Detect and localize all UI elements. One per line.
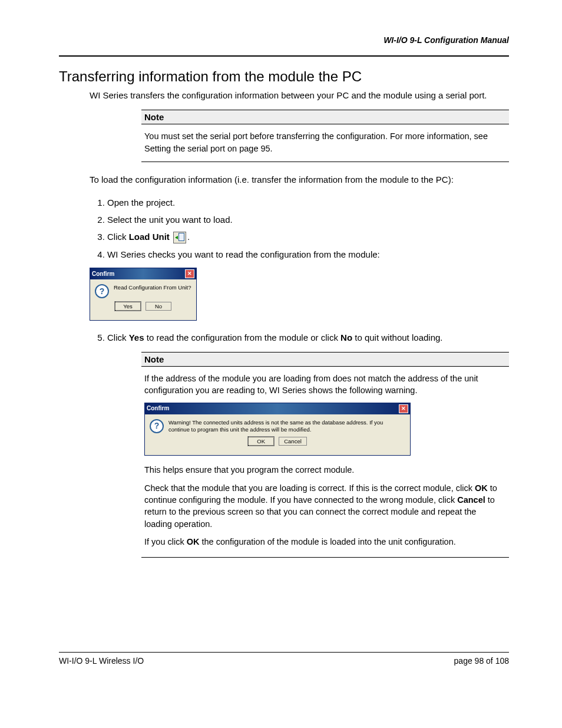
close-icon[interactable]: ✕ (399, 404, 408, 413)
note-p1: If the address of the module you are loa… (144, 373, 506, 397)
note-label: Note (141, 110, 509, 124)
note-p4: If you click OK the configuration of the… (144, 536, 506, 548)
yes-button[interactable]: Yes (115, 302, 141, 311)
dialog-titlebar: Confirm ✕ (145, 403, 410, 414)
load-unit-icon (173, 232, 186, 243)
step-1: Open the project. (107, 194, 509, 211)
section-heading: Transferring information from the module… (59, 68, 509, 85)
footer-right: page 98 of 108 (454, 656, 509, 666)
step-5: Click Yes to read the configuration from… (107, 329, 509, 346)
step-3-pre: Click (107, 232, 129, 242)
dialog-titlebar: Confirm ✕ (90, 268, 196, 279)
confirm-dialog-warning: Confirm ✕ ? Warning! The connected units… (144, 403, 411, 456)
to-load-paragraph: To load the configuration information (i… (90, 174, 509, 186)
intro-paragraph: WI Series transfers the configuration in… (90, 90, 509, 101)
steps-list: Open the project. Select the unit you wa… (90, 194, 509, 263)
question-icon: ? (95, 284, 109, 298)
close-icon[interactable]: ✕ (185, 269, 194, 278)
header-rule (59, 55, 509, 57)
note-box-serial-port: Note You must set the serial port before… (141, 110, 509, 162)
steps-list-cont: Click Yes to read the configuration from… (90, 329, 509, 346)
dialog-message: Warning! The connected units address is … (168, 419, 405, 434)
dialog-title: Confirm (147, 404, 169, 413)
dialog-title: Confirm (92, 271, 114, 277)
footer-rule (59, 652, 509, 653)
step-3-bold: Load Unit (129, 232, 170, 242)
note-p2: This helps ensure that you program the c… (144, 464, 506, 476)
doc-icon (178, 233, 184, 241)
header-doc-title: WI-I/O 9-L Configuration Manual (59, 35, 509, 45)
step-4: WI Series checks you want to read the co… (107, 246, 509, 263)
step-3: Click Load Unit . (107, 228, 509, 246)
note-box-address-mismatch: Note If the address of the module you ar… (141, 352, 509, 558)
ok-button[interactable]: OK (248, 437, 274, 446)
question-icon: ? (150, 419, 164, 433)
note-p3: Check that the module that you are loadi… (144, 482, 506, 530)
footer-left: WI-I/O 9-L Wireless I/O (59, 656, 144, 666)
note-text: You must set the serial port before tran… (141, 124, 509, 162)
note-label: Note (141, 353, 509, 367)
step-2: Select the unit you want to load. (107, 211, 509, 228)
cancel-button[interactable]: Cancel (279, 437, 307, 446)
dialog-message: Read Configuration From Unit? (114, 284, 191, 291)
confirm-dialog-read: Confirm ✕ ? Read Configuration From Unit… (90, 268, 197, 321)
arrow-icon (175, 236, 178, 239)
no-button[interactable]: No (146, 302, 171, 311)
